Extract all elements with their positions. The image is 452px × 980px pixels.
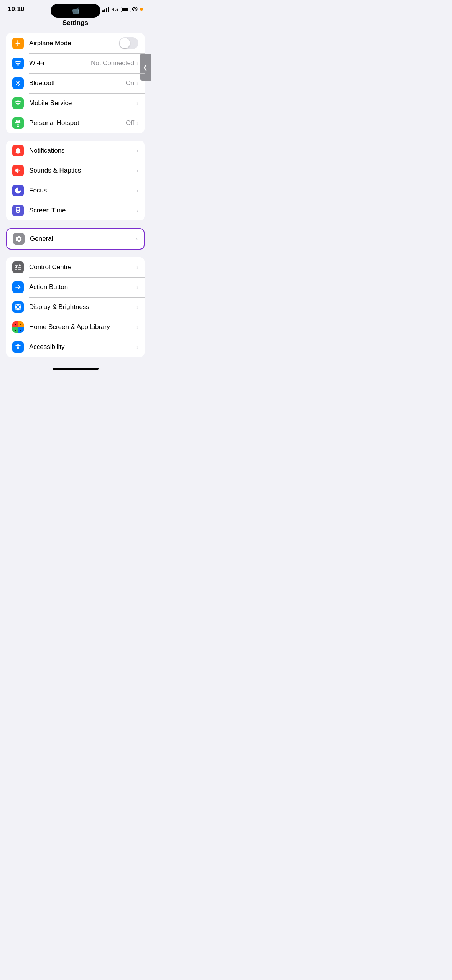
signal-bar-4 (108, 7, 109, 12)
control-centre-label: Control Centre (29, 263, 136, 271)
bluetooth-svg (14, 79, 22, 87)
general-chevron: › (136, 236, 138, 242)
battery (121, 7, 131, 12)
signal-bars (102, 7, 109, 12)
display-brightness-row[interactable]: Display & Brightness › (6, 297, 145, 317)
airplane-mode-toggle[interactable] (119, 37, 138, 49)
notifications-row[interactable]: Notifications › (6, 141, 145, 161)
screen-time-label: Screen Time (29, 207, 136, 214)
mobile-service-icon (12, 97, 24, 109)
wifi-svg (14, 59, 22, 67)
dynamic-island: 📹 (51, 4, 100, 18)
controls-svg (14, 263, 22, 271)
screen-time-icon (12, 205, 24, 216)
hotspot-svg (14, 119, 22, 127)
action-svg (14, 283, 22, 291)
accessibility-row[interactable]: Accessibility › (6, 337, 145, 357)
action-button-icon (12, 281, 24, 293)
sounds-chevron: › (136, 168, 138, 174)
moon-svg (14, 187, 22, 194)
accessibility-label: Accessibility (29, 343, 136, 351)
signal-bar-2 (104, 9, 105, 12)
facetime-icon: 📹 (71, 7, 80, 15)
wifi-chevron: › (136, 60, 138, 66)
mobile-service-row[interactable]: Mobile Service › (6, 93, 145, 113)
battery-container: 79 (121, 7, 138, 12)
wifi-row[interactable]: Wi-Fi Not Connected › (6, 53, 145, 73)
bluetooth-chevron: › (136, 80, 138, 86)
personal-hotspot-row[interactable]: Personal Hotspot Off › (6, 113, 145, 133)
mobile-service-svg (14, 99, 22, 107)
action-button-row[interactable]: Action Button › (6, 277, 145, 297)
bell-svg (14, 147, 22, 155)
home-screen-chevron: › (136, 324, 138, 330)
accessibility-svg (14, 343, 22, 351)
accessibility-chevron: › (136, 344, 138, 350)
wifi-icon (12, 58, 24, 69)
control-centre-chevron: › (136, 264, 138, 270)
display-label: Display & Brightness (29, 303, 136, 311)
action-button-label: Action Button (29, 283, 136, 291)
network-label: 4G (112, 7, 118, 12)
hotspot-value: Off (126, 119, 134, 127)
notifications-label: Notifications (29, 147, 136, 155)
focus-row[interactable]: Focus › (6, 181, 145, 201)
battery-percent: 79 (133, 7, 138, 12)
status-bar: 10:10 📹 4G 79 (0, 0, 151, 16)
notifications-icon (12, 145, 24, 156)
mobile-service-label: Mobile Service (29, 99, 136, 107)
page-title: Settings (0, 16, 151, 33)
status-right: 4G 79 (102, 7, 143, 12)
airplane-svg (14, 39, 22, 47)
status-time: 10:10 (8, 5, 24, 13)
gear-svg (15, 235, 23, 243)
control-centre-row[interactable]: Control Centre › (6, 257, 145, 277)
brightness-svg (14, 303, 22, 311)
bluetooth-row[interactable]: Bluetooth On › (6, 73, 145, 93)
orange-dot (140, 8, 143, 11)
focus-label: Focus (29, 187, 136, 194)
sounds-icon (12, 165, 24, 176)
action-button-chevron: › (136, 284, 138, 290)
focus-icon (12, 185, 24, 196)
home-screen-label: Home Screen & App Library (29, 323, 136, 331)
hourglass-svg (14, 207, 22, 214)
notifications-chevron: › (136, 148, 138, 154)
battery-fill (122, 8, 128, 11)
general-row[interactable]: General › (7, 229, 144, 249)
accessibility-icon (12, 341, 24, 353)
wifi-label: Wi-Fi (29, 59, 91, 67)
signal-bar-1 (102, 10, 104, 12)
bluetooth-label: Bluetooth (29, 79, 126, 87)
home-screen-row[interactable]: ● ● ● ● Home Screen & App Library › (6, 317, 145, 337)
bluetooth-icon (12, 77, 24, 89)
signal-bar-3 (106, 8, 107, 12)
hotspot-icon (12, 117, 24, 129)
notifications-group: Notifications › Sounds & Haptics › Focus… (6, 141, 145, 220)
screen-time-chevron: › (136, 207, 138, 214)
sounds-label: Sounds & Haptics (29, 167, 136, 174)
bluetooth-value: On (126, 79, 135, 87)
display-icon (12, 301, 24, 313)
home-bar (53, 368, 99, 370)
airplane-mode-row[interactable]: Airplane Mode (6, 33, 145, 53)
screen-time-row[interactable]: Screen Time › (6, 201, 145, 220)
toggle-thumb (120, 38, 130, 48)
mobile-service-chevron: › (136, 100, 138, 106)
general-icon (13, 233, 25, 245)
home-screen-icon: ● ● ● ● (12, 321, 24, 333)
sound-svg (14, 167, 22, 174)
general-label: General (30, 235, 136, 243)
display-chevron: › (136, 304, 138, 310)
focus-chevron: › (136, 187, 138, 194)
sounds-haptics-row[interactable]: Sounds & Haptics › (6, 161, 145, 181)
connectivity-group: Airplane Mode Wi-Fi Not Connected › Blue… (6, 33, 145, 133)
wifi-value: Not Connected (91, 59, 134, 67)
system-group: Control Centre › Action Button › Display… (6, 257, 145, 357)
control-centre-icon (12, 261, 24, 273)
hotspot-chevron: › (136, 120, 138, 126)
general-group: General › (6, 228, 145, 250)
airplane-mode-icon (12, 38, 24, 49)
airplane-mode-label: Airplane Mode (29, 39, 119, 47)
hotspot-label: Personal Hotspot (29, 119, 126, 127)
